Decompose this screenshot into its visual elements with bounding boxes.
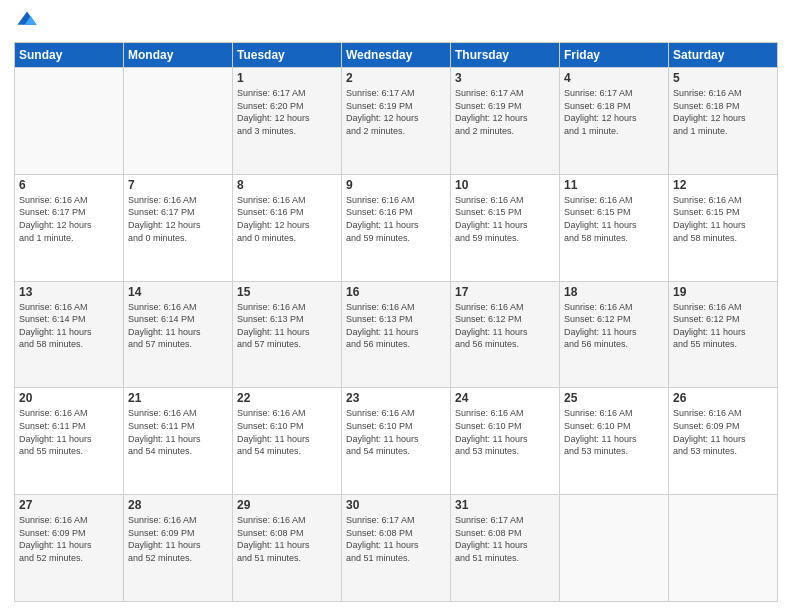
calendar-cell: 12Sunrise: 6:16 AM Sunset: 6:15 PM Dayli…	[669, 174, 778, 281]
weekday-header-wednesday: Wednesday	[342, 43, 451, 68]
week-row-3: 13Sunrise: 6:16 AM Sunset: 6:14 PM Dayli…	[15, 281, 778, 388]
header	[14, 10, 778, 36]
day-number: 25	[564, 391, 664, 405]
day-number: 13	[19, 285, 119, 299]
day-info: Sunrise: 6:16 AM Sunset: 6:14 PM Dayligh…	[19, 301, 119, 351]
day-info: Sunrise: 6:16 AM Sunset: 6:15 PM Dayligh…	[673, 194, 773, 244]
weekday-header-row: SundayMondayTuesdayWednesdayThursdayFrid…	[15, 43, 778, 68]
calendar-cell: 19Sunrise: 6:16 AM Sunset: 6:12 PM Dayli…	[669, 281, 778, 388]
day-info: Sunrise: 6:16 AM Sunset: 6:11 PM Dayligh…	[128, 407, 228, 457]
calendar-cell: 10Sunrise: 6:16 AM Sunset: 6:15 PM Dayli…	[451, 174, 560, 281]
calendar-cell: 28Sunrise: 6:16 AM Sunset: 6:09 PM Dayli…	[124, 495, 233, 602]
week-row-1: 1Sunrise: 6:17 AM Sunset: 6:20 PM Daylig…	[15, 68, 778, 175]
calendar-cell: 7Sunrise: 6:16 AM Sunset: 6:17 PM Daylig…	[124, 174, 233, 281]
calendar-cell: 27Sunrise: 6:16 AM Sunset: 6:09 PM Dayli…	[15, 495, 124, 602]
calendar-cell: 23Sunrise: 6:16 AM Sunset: 6:10 PM Dayli…	[342, 388, 451, 495]
day-info: Sunrise: 6:16 AM Sunset: 6:09 PM Dayligh…	[128, 514, 228, 564]
day-number: 15	[237, 285, 337, 299]
calendar-cell: 30Sunrise: 6:17 AM Sunset: 6:08 PM Dayli…	[342, 495, 451, 602]
page: SundayMondayTuesdayWednesdayThursdayFrid…	[0, 0, 792, 612]
calendar-cell: 25Sunrise: 6:16 AM Sunset: 6:10 PM Dayli…	[560, 388, 669, 495]
weekday-header-tuesday: Tuesday	[233, 43, 342, 68]
calendar-cell: 26Sunrise: 6:16 AM Sunset: 6:09 PM Dayli…	[669, 388, 778, 495]
day-info: Sunrise: 6:17 AM Sunset: 6:18 PM Dayligh…	[564, 87, 664, 137]
calendar-cell: 20Sunrise: 6:16 AM Sunset: 6:11 PM Dayli…	[15, 388, 124, 495]
weekday-header-monday: Monday	[124, 43, 233, 68]
day-info: Sunrise: 6:16 AM Sunset: 6:18 PM Dayligh…	[673, 87, 773, 137]
day-info: Sunrise: 6:17 AM Sunset: 6:20 PM Dayligh…	[237, 87, 337, 137]
day-info: Sunrise: 6:16 AM Sunset: 6:10 PM Dayligh…	[564, 407, 664, 457]
day-info: Sunrise: 6:16 AM Sunset: 6:15 PM Dayligh…	[455, 194, 555, 244]
day-info: Sunrise: 6:16 AM Sunset: 6:10 PM Dayligh…	[455, 407, 555, 457]
calendar-cell: 5Sunrise: 6:16 AM Sunset: 6:18 PM Daylig…	[669, 68, 778, 175]
day-info: Sunrise: 6:16 AM Sunset: 6:17 PM Dayligh…	[128, 194, 228, 244]
calendar-cell: 13Sunrise: 6:16 AM Sunset: 6:14 PM Dayli…	[15, 281, 124, 388]
day-number: 4	[564, 71, 664, 85]
calendar-cell: 17Sunrise: 6:16 AM Sunset: 6:12 PM Dayli…	[451, 281, 560, 388]
calendar-cell: 11Sunrise: 6:16 AM Sunset: 6:15 PM Dayli…	[560, 174, 669, 281]
day-info: Sunrise: 6:17 AM Sunset: 6:08 PM Dayligh…	[346, 514, 446, 564]
day-info: Sunrise: 6:17 AM Sunset: 6:19 PM Dayligh…	[346, 87, 446, 137]
day-number: 10	[455, 178, 555, 192]
calendar-cell: 3Sunrise: 6:17 AM Sunset: 6:19 PM Daylig…	[451, 68, 560, 175]
logo-icon	[16, 10, 38, 32]
day-info: Sunrise: 6:16 AM Sunset: 6:16 PM Dayligh…	[346, 194, 446, 244]
calendar-cell: 8Sunrise: 6:16 AM Sunset: 6:16 PM Daylig…	[233, 174, 342, 281]
day-number: 27	[19, 498, 119, 512]
calendar-cell: 24Sunrise: 6:16 AM Sunset: 6:10 PM Dayli…	[451, 388, 560, 495]
day-info: Sunrise: 6:17 AM Sunset: 6:19 PM Dayligh…	[455, 87, 555, 137]
day-number: 6	[19, 178, 119, 192]
week-row-4: 20Sunrise: 6:16 AM Sunset: 6:11 PM Dayli…	[15, 388, 778, 495]
day-info: Sunrise: 6:16 AM Sunset: 6:14 PM Dayligh…	[128, 301, 228, 351]
calendar-cell	[560, 495, 669, 602]
day-info: Sunrise: 6:16 AM Sunset: 6:10 PM Dayligh…	[237, 407, 337, 457]
day-number: 18	[564, 285, 664, 299]
calendar-cell: 29Sunrise: 6:16 AM Sunset: 6:08 PM Dayli…	[233, 495, 342, 602]
weekday-header-thursday: Thursday	[451, 43, 560, 68]
day-info: Sunrise: 6:16 AM Sunset: 6:17 PM Dayligh…	[19, 194, 119, 244]
day-number: 24	[455, 391, 555, 405]
day-info: Sunrise: 6:16 AM Sunset: 6:09 PM Dayligh…	[19, 514, 119, 564]
day-info: Sunrise: 6:16 AM Sunset: 6:12 PM Dayligh…	[455, 301, 555, 351]
day-number: 14	[128, 285, 228, 299]
day-number: 11	[564, 178, 664, 192]
day-number: 19	[673, 285, 773, 299]
calendar-cell: 14Sunrise: 6:16 AM Sunset: 6:14 PM Dayli…	[124, 281, 233, 388]
day-number: 12	[673, 178, 773, 192]
calendar-cell	[669, 495, 778, 602]
calendar-cell: 16Sunrise: 6:16 AM Sunset: 6:13 PM Dayli…	[342, 281, 451, 388]
calendar-cell: 2Sunrise: 6:17 AM Sunset: 6:19 PM Daylig…	[342, 68, 451, 175]
day-info: Sunrise: 6:16 AM Sunset: 6:11 PM Dayligh…	[19, 407, 119, 457]
calendar-cell: 21Sunrise: 6:16 AM Sunset: 6:11 PM Dayli…	[124, 388, 233, 495]
calendar-cell: 15Sunrise: 6:16 AM Sunset: 6:13 PM Dayli…	[233, 281, 342, 388]
day-number: 21	[128, 391, 228, 405]
day-number: 23	[346, 391, 446, 405]
calendar-cell: 1Sunrise: 6:17 AM Sunset: 6:20 PM Daylig…	[233, 68, 342, 175]
calendar-cell	[124, 68, 233, 175]
calendar-cell: 9Sunrise: 6:16 AM Sunset: 6:16 PM Daylig…	[342, 174, 451, 281]
day-number: 2	[346, 71, 446, 85]
day-number: 5	[673, 71, 773, 85]
day-number: 7	[128, 178, 228, 192]
weekday-header-friday: Friday	[560, 43, 669, 68]
day-number: 9	[346, 178, 446, 192]
weekday-header-saturday: Saturday	[669, 43, 778, 68]
day-info: Sunrise: 6:17 AM Sunset: 6:08 PM Dayligh…	[455, 514, 555, 564]
day-info: Sunrise: 6:16 AM Sunset: 6:09 PM Dayligh…	[673, 407, 773, 457]
day-info: Sunrise: 6:16 AM Sunset: 6:08 PM Dayligh…	[237, 514, 337, 564]
calendar-cell: 4Sunrise: 6:17 AM Sunset: 6:18 PM Daylig…	[560, 68, 669, 175]
week-row-5: 27Sunrise: 6:16 AM Sunset: 6:09 PM Dayli…	[15, 495, 778, 602]
day-number: 8	[237, 178, 337, 192]
day-number: 22	[237, 391, 337, 405]
day-number: 26	[673, 391, 773, 405]
day-number: 20	[19, 391, 119, 405]
day-info: Sunrise: 6:16 AM Sunset: 6:16 PM Dayligh…	[237, 194, 337, 244]
day-info: Sunrise: 6:16 AM Sunset: 6:13 PM Dayligh…	[346, 301, 446, 351]
calendar: SundayMondayTuesdayWednesdayThursdayFrid…	[14, 42, 778, 602]
day-info: Sunrise: 6:16 AM Sunset: 6:12 PM Dayligh…	[673, 301, 773, 351]
weekday-header-sunday: Sunday	[15, 43, 124, 68]
day-info: Sunrise: 6:16 AM Sunset: 6:12 PM Dayligh…	[564, 301, 664, 351]
day-number: 16	[346, 285, 446, 299]
logo	[14, 10, 38, 36]
day-info: Sunrise: 6:16 AM Sunset: 6:15 PM Dayligh…	[564, 194, 664, 244]
